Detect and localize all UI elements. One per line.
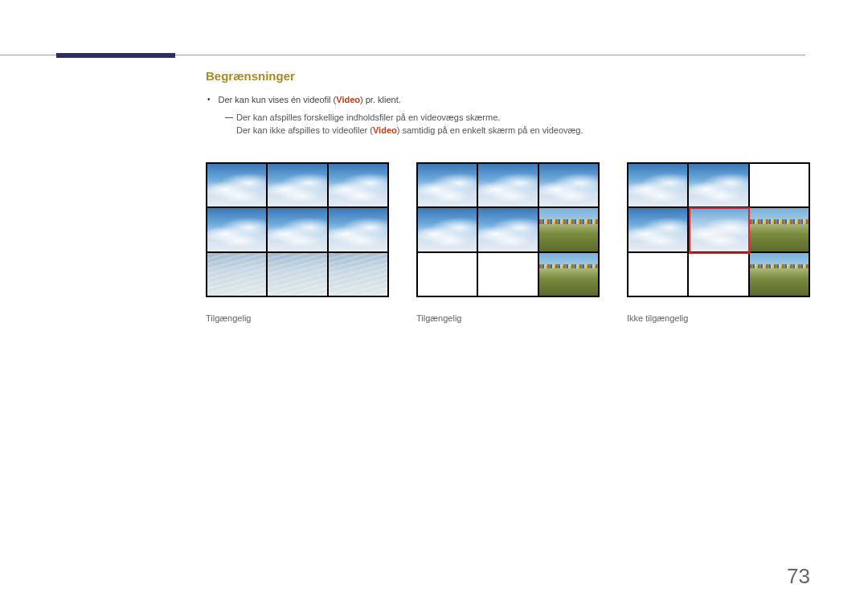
dash-icon — [225, 117, 233, 118]
grid-cell — [268, 208, 326, 251]
grid-cell — [539, 253, 598, 296]
grid-cell — [268, 164, 326, 206]
grid-cell — [418, 253, 477, 296]
grid-cell — [207, 208, 266, 251]
document-page: Begrænsninger • Der kan kun vises én vid… — [0, 0, 868, 613]
figure-caption-3: Ikke tilgængelig — [627, 313, 810, 323]
sub2-accent: Video — [373, 125, 397, 135]
grid-cell — [329, 208, 387, 251]
grid-cell — [478, 208, 537, 251]
figure-caption-2: Tilgængelig — [416, 313, 600, 323]
grid-cell — [689, 253, 747, 296]
grid-cell — [689, 208, 747, 251]
sub2-pre: Der kan ikke afspilles to videofiler ( — [236, 125, 373, 135]
figure-1: Tilgængelig — [206, 162, 389, 323]
grid-cell — [750, 208, 809, 251]
grid-cell — [329, 253, 387, 296]
figure-3: Ikke tilgængelig — [627, 162, 810, 323]
grid-cell — [478, 164, 537, 206]
sub-note-1: Der kan afspilles forskellige indholdsfi… — [225, 111, 817, 124]
videowall-grid-3 — [627, 162, 810, 297]
grid-cell — [329, 164, 387, 206]
bullet-text: Der kan kun vises én videofil (Video) pr… — [219, 94, 401, 106]
videowall-grid-2 — [416, 162, 600, 297]
bullet-post: ) pr. klient. — [360, 95, 401, 104]
grid-cell — [207, 164, 266, 206]
sub-note-2: Der kan ikke afspilles to videofiler (Vi… — [236, 124, 817, 137]
bullet-accent: Video — [336, 95, 360, 104]
grid-cell — [689, 164, 747, 206]
header-rule-accent — [56, 53, 175, 58]
figure-caption-1: Tilgængelig — [206, 313, 389, 323]
bullet-dot-icon: • — [206, 94, 211, 105]
grid-cell — [207, 253, 266, 296]
grid-cell — [539, 208, 598, 251]
grid-cell — [539, 164, 598, 206]
grid-cell — [418, 208, 477, 251]
grid-cell — [418, 164, 477, 206]
figure-2: Tilgængelig — [416, 162, 600, 323]
grid-cell — [750, 253, 809, 296]
bullet-pre: Der kan kun vises én videofil ( — [219, 95, 337, 104]
grid-cell — [628, 164, 687, 206]
figures-row: Tilgængelig Tilgængelig — [206, 162, 810, 323]
sub2-post: ) samtidig på en enkelt skærm på en vide… — [397, 125, 583, 135]
sub1-text: Der kan afspilles forskellige indholdsfi… — [236, 112, 500, 122]
grid-cell — [628, 253, 687, 296]
grid-cell — [628, 208, 687, 251]
videowall-grid-1 — [206, 162, 389, 297]
grid-cell — [750, 164, 809, 206]
grid-cell — [268, 253, 326, 296]
grid-cell — [478, 253, 537, 296]
page-number: 73 — [787, 564, 810, 589]
section-heading: Begrænsninger — [206, 69, 817, 83]
bullet-item: • Der kan kun vises én videofil (Video) … — [206, 94, 817, 106]
content-block: Begrænsninger • Der kan kun vises én vid… — [206, 69, 817, 137]
